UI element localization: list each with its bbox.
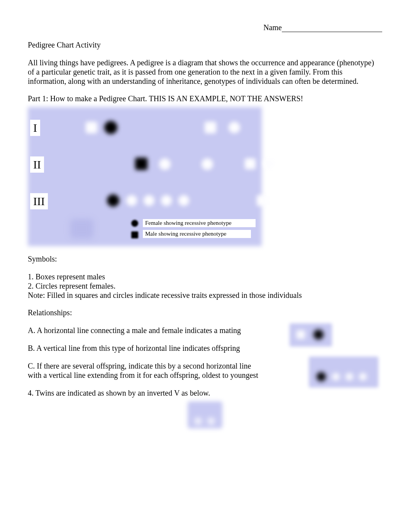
relationship-d: 4. Twins are indicated as shown by an in… xyxy=(28,388,382,398)
relationship-c: C. If there are several offspring, indic… xyxy=(28,361,263,380)
female-affected-legend-icon xyxy=(131,220,138,227)
female-affected-icon xyxy=(104,121,117,134)
male-unaffected-icon xyxy=(205,122,216,133)
male-unaffected-icon xyxy=(86,122,97,133)
male-affected-icon xyxy=(135,158,147,170)
symbols-note: Note: Filled in squares and circles indi… xyxy=(28,291,382,300)
name-field-line: Name xyxy=(28,23,382,32)
male-affected-legend-icon xyxy=(131,231,138,238)
female-unaffected-icon xyxy=(229,122,240,133)
female-unaffected-icon xyxy=(202,158,213,170)
male-unaffected-icon xyxy=(245,158,256,169)
generation-row-1: I xyxy=(28,111,262,146)
female-unaffected-icon xyxy=(263,158,274,169)
female-unaffected-icon xyxy=(161,195,172,206)
generation-label-1: I xyxy=(30,120,40,136)
male-unaffected-icon xyxy=(257,195,268,206)
symbols-item-1: 1. Boxes represent males xyxy=(28,272,382,281)
name-blank-line[interactable] xyxy=(282,24,382,32)
symbols-item-2: 2. Circles represent females. xyxy=(28,281,382,291)
intro-paragraph: All living things have pedigrees. A pedi… xyxy=(28,58,382,86)
name-label: Name xyxy=(263,23,282,32)
chart-legend: Female showing recessive phenotype Male … xyxy=(28,215,262,246)
female-affected-icon xyxy=(107,194,119,207)
female-unaffected-icon xyxy=(159,158,171,170)
legend-male-affected: Male showing recessive phenotype xyxy=(143,230,251,238)
female-unaffected-icon xyxy=(178,195,189,206)
document-title: Pedigree Chart Activity xyxy=(28,41,382,49)
relationships-heading: Relationships: xyxy=(28,308,382,317)
offspring-illustration xyxy=(309,357,378,388)
female-unaffected-icon xyxy=(126,195,137,206)
twins-illustration xyxy=(188,401,222,428)
symbols-heading: Symbols: xyxy=(28,255,382,263)
pedigree-chart-example: I II III Female xyxy=(28,107,262,246)
female-unaffected-icon xyxy=(144,195,154,206)
generation-label-3: III xyxy=(30,193,48,209)
mating-pair-illustration xyxy=(290,323,332,347)
part1-heading: Part 1: How to make a Pedigree Chart. TH… xyxy=(28,94,382,103)
generation-row-2: II xyxy=(28,148,262,183)
legend-female-affected: Female showing recessive phenotype xyxy=(143,219,256,227)
generation-row-3: III xyxy=(28,184,262,220)
generation-label-2: II xyxy=(30,156,44,173)
